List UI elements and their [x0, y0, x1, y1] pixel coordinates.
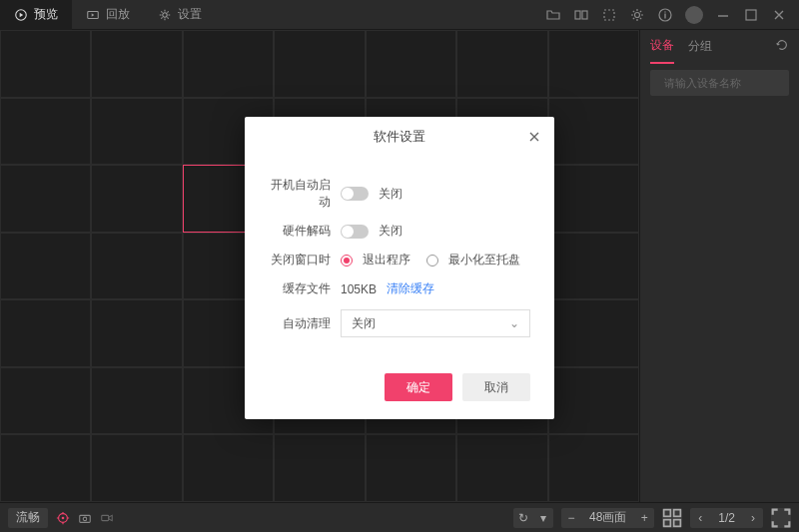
svg-rect-18 — [674, 519, 681, 526]
layout-label: 48画面 — [581, 509, 634, 526]
tab-settings[interactable]: 设置 — [144, 0, 216, 30]
close-icon[interactable] — [771, 7, 787, 23]
search-input[interactable] — [664, 77, 799, 89]
grid-icon[interactable] — [662, 508, 682, 528]
sidebar: 设备 分组 — [639, 30, 799, 502]
svg-point-11 — [62, 516, 65, 519]
multiview-icon[interactable] — [573, 7, 589, 23]
autostart-state: 关闭 — [379, 186, 402, 203]
svg-rect-5 — [604, 10, 614, 20]
chevron-down-icon: ⌄ — [509, 316, 519, 330]
tab-label: 回放 — [106, 6, 130, 23]
svg-rect-14 — [102, 515, 109, 520]
svg-rect-3 — [575, 11, 580, 19]
gear-icon[interactable] — [629, 7, 645, 23]
info-icon[interactable] — [657, 7, 673, 23]
hwdecode-label: 硬件解码 — [269, 223, 331, 240]
svg-rect-16 — [674, 509, 681, 516]
minimize-icon[interactable] — [715, 7, 731, 23]
ok-button[interactable]: 确定 — [385, 373, 452, 401]
avatar[interactable] — [685, 6, 703, 24]
autostart-label: 开机自动启动 — [269, 177, 331, 211]
maximize-icon[interactable] — [743, 7, 759, 23]
onclose-label: 关闭窗口时 — [269, 252, 331, 268]
svg-rect-12 — [80, 515, 91, 522]
tab-label: 预览 — [34, 6, 58, 23]
page-indicator: 1/2 — [710, 511, 743, 525]
hwdecode-state: 关闭 — [379, 223, 402, 240]
autoclean-value: 关闭 — [352, 315, 376, 332]
loop-button[interactable]: ↻▾ — [513, 508, 553, 528]
radio-tray-label: 最小化至托盘 — [448, 252, 520, 268]
dialog-title-bar: 软件设置 — [245, 117, 554, 157]
hwdecode-toggle[interactable] — [341, 225, 369, 239]
tab-playback[interactable]: 回放 — [72, 0, 144, 30]
clear-cache-link[interactable]: 清除缓存 — [387, 280, 434, 297]
layout-plus[interactable]: + — [634, 508, 654, 528]
radio-exit[interactable] — [341, 255, 353, 266]
record-icon[interactable] — [100, 511, 114, 525]
svg-point-6 — [635, 12, 640, 17]
chevron-down-icon: ▾ — [533, 508, 553, 528]
svg-rect-8 — [746, 10, 756, 20]
tab-label: 设置 — [178, 6, 202, 23]
search-box[interactable] — [650, 70, 789, 96]
cancel-button[interactable]: 取消 — [462, 373, 530, 401]
playback-icon — [86, 8, 100, 22]
autostart-toggle[interactable] — [341, 187, 369, 201]
gear-icon — [158, 8, 172, 22]
dashed-box-icon[interactable] — [601, 7, 617, 23]
loop-icon: ↻ — [513, 508, 533, 528]
bottom-bar: 流畅 ↻▾ − 48画面 + ‹ 1/2 › — [0, 502, 799, 532]
radio-tray[interactable] — [426, 255, 438, 266]
snapshot-icon[interactable] — [78, 511, 92, 525]
play-icon — [14, 8, 28, 22]
target-icon[interactable] — [56, 511, 70, 525]
close-icon[interactable] — [526, 129, 542, 145]
fullscreen-icon[interactable] — [771, 508, 791, 528]
folder-icon[interactable] — [545, 7, 561, 23]
autoclean-select[interactable]: 关闭 ⌄ — [341, 309, 530, 337]
window-controls — [545, 6, 799, 24]
svg-rect-17 — [664, 519, 671, 526]
layout-minus[interactable]: − — [561, 508, 581, 528]
dialog-title: 软件设置 — [374, 128, 425, 146]
tab-preview[interactable]: 预览 — [0, 0, 72, 30]
svg-point-2 — [163, 12, 167, 16]
cache-label: 缓存文件 — [269, 280, 331, 297]
autoclean-label: 自动清理 — [269, 315, 331, 332]
cache-size: 105KB — [341, 282, 377, 296]
sidebar-tab-groups[interactable]: 分组 — [688, 30, 712, 63]
sidebar-tab-devices[interactable]: 设备 — [650, 29, 674, 64]
settings-dialog: 软件设置 开机自动启动 关闭 硬件解码 关闭 关闭窗口时 退出程序 最小化至托盘… — [245, 117, 554, 419]
page-next[interactable]: › — [743, 508, 763, 528]
top-toolbar: 预览 回放 设置 — [0, 0, 799, 30]
svg-point-13 — [83, 517, 87, 521]
quality-button[interactable]: 流畅 — [8, 508, 48, 528]
svg-rect-4 — [582, 11, 587, 19]
svg-rect-15 — [664, 509, 671, 516]
radio-exit-label: 退出程序 — [363, 252, 410, 268]
page-prev[interactable]: ‹ — [690, 508, 710, 528]
refresh-icon[interactable] — [775, 38, 789, 55]
